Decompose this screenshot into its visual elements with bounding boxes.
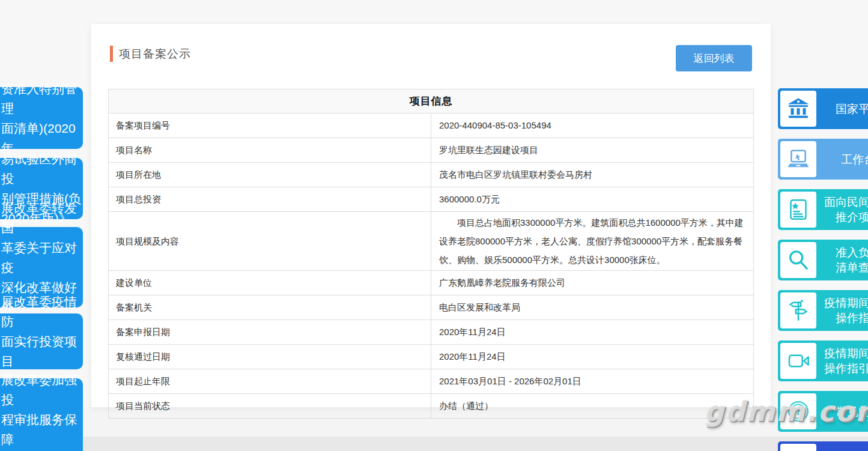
row-label: 备案机关 xyxy=(109,295,431,320)
quicklink-epidemic-guide-video[interactable]: 疫情期间平台 操作指引视频 xyxy=(778,341,868,381)
quicklink-faq[interactable]: ? 常见问题 xyxy=(778,391,868,432)
table-header-row: 项目信息 xyxy=(109,89,754,114)
table-row: 建设单位 广东鹅凰嶂养老院服务有限公司 xyxy=(109,271,754,295)
video-camera-icon xyxy=(780,343,816,379)
table-row: 项目总投资 3600000.0万元 xyxy=(109,187,754,212)
row-label: 项目总投资 xyxy=(109,187,431,212)
quicklink-label: 面向民间资本 推介项目 xyxy=(819,189,868,230)
quicklink-label: 工作台 xyxy=(819,139,868,180)
footer-band xyxy=(0,437,868,451)
row-label: 项目当前状态 xyxy=(109,394,431,419)
sidebar-item-notice-5[interactable]: 展改革委加强投 程审批服务保障 期间项目办理不 xyxy=(0,378,83,451)
quicklink-label: 常见问题 xyxy=(819,391,868,432)
row-label: 项目起止年限 xyxy=(109,369,431,394)
back-to-list-button[interactable]: 返回列表 xyxy=(676,45,752,71)
notice-text: 展改革委加强投 程审批服务保障 期间项目办理不 xyxy=(1,370,83,451)
page-title: 项目备案公示 xyxy=(119,46,191,62)
table-row: 备案申报日期 2020年11月24日 xyxy=(109,320,754,345)
row-label: 建设单位 xyxy=(109,271,431,295)
row-label: 复核通过日期 xyxy=(109,345,431,369)
svg-text:?: ? xyxy=(795,406,801,417)
sidebar-item-notice-4[interactable]: 展改革委疫情防 面实行投资项目 见面”在线办理 xyxy=(0,313,83,369)
quicklink-label xyxy=(819,441,868,451)
table-row: 项目名称 罗坑里联生态园建设项目 xyxy=(109,138,754,163)
table-row: 项目规模及内容 项目总占地面积3300000平方米。建筑面积总共1600000平… xyxy=(109,212,754,271)
quicklink-label: 准入负面 清单查询 xyxy=(819,240,868,280)
quicklink-feedback[interactable] xyxy=(778,441,868,451)
row-value: 3600000.0万元 xyxy=(431,187,754,212)
signpost-icon xyxy=(780,292,816,328)
row-value: 2020年11月24日 xyxy=(431,320,754,345)
row-value: 罗坑里联生态园建设项目 xyxy=(431,138,754,163)
quicklink-negative-list-query[interactable]: 准入负面 清单查询 xyxy=(778,240,868,280)
table-row: 项目起止年限 2021年03月01日 - 2026年02月01日 xyxy=(109,369,754,394)
notice-text: 资准入特别管理 面清单)(2020年 xyxy=(1,79,83,158)
quicklink-label: 疫情期间平台 操作指南 xyxy=(819,290,868,331)
project-filing-card: 项目备案公示 返回列表 项目信息 备案项目编号 2020-440904-85-0… xyxy=(91,24,771,407)
sidebar-item-notice-1[interactable]: 资准入特别管理 面清单)(2020年 xyxy=(0,87,83,149)
row-label: 备案项目编号 xyxy=(109,114,431,138)
search-icon xyxy=(780,242,816,278)
quicklink-national-platform[interactable]: 国家平台 xyxy=(778,88,868,129)
table-header: 项目信息 xyxy=(109,89,754,114)
row-value: 广东鹅凰嶂养老院服务有限公司 xyxy=(431,271,754,295)
document-star-icon xyxy=(780,192,816,228)
row-label: 项目名称 xyxy=(109,138,431,163)
row-label: 项目规模及内容 xyxy=(109,212,431,271)
quicklink-workbench[interactable]: 工作台 xyxy=(778,139,868,180)
bank-icon xyxy=(780,91,816,127)
row-value: 办结（通过） xyxy=(431,394,754,419)
row-value: 项目总占地面积3300000平方米。建筑面积总共1600000平方米，其中建设养… xyxy=(431,212,754,271)
quicklink-private-capital-projects[interactable]: 面向民间资本 推介项目 xyxy=(778,189,868,230)
row-value: 2021年03月01日 - 2026年02月01日 xyxy=(431,369,754,394)
paper-plane-icon xyxy=(780,444,816,451)
table-row: 项目当前状态 办结（通过） xyxy=(109,394,754,419)
row-label: 备案申报日期 xyxy=(109,320,431,345)
row-label: 项目所在地 xyxy=(109,163,431,187)
laptop-icon xyxy=(780,141,816,177)
row-value: 茂名市电白区罗坑镇里联村委会马房村 xyxy=(431,163,754,187)
project-info-table: 项目信息 备案项目编号 2020-440904-85-03-105494 项目名… xyxy=(108,89,754,419)
table-row: 备案机关 电白区发展和改革局 xyxy=(109,295,754,320)
table-row: 复核通过日期 2020年11月24日 xyxy=(109,345,754,369)
question-icon: ? xyxy=(780,393,816,429)
quicklink-label: 国家平台 xyxy=(819,88,868,129)
row-value: 2020年11月24日 xyxy=(431,345,754,369)
quicklink-label: 疫情期间平台 操作指引视频 xyxy=(819,341,868,381)
title-accent-bar xyxy=(110,46,113,62)
table-row: 项目所在地 茂名市电白区罗坑镇里联村委会马房村 xyxy=(109,163,754,187)
row-value: 2020-440904-85-03-105494 xyxy=(431,114,754,138)
row-value: 电白区发展和改革局 xyxy=(431,295,754,320)
quicklink-epidemic-operation-guide[interactable]: 疫情期间平台 操作指南 xyxy=(778,290,868,331)
table-row: 备案项目编号 2020-440904-85-03-105494 xyxy=(109,114,754,138)
card-title-row: 项目备案公示 xyxy=(110,46,191,62)
